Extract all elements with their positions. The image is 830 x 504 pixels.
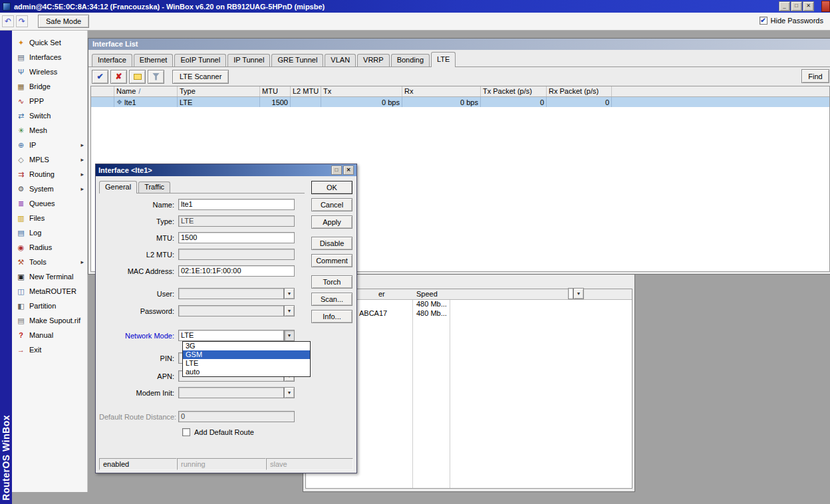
network-mode-input[interactable]: LTE <box>178 330 284 341</box>
column-flags[interactable] <box>91 86 114 96</box>
sidebar-item-wireless[interactable]: Ψ Wireless <box>12 64 87 79</box>
sidebar-item-mpls[interactable]: ◇ MPLS ▸ <box>12 152 87 167</box>
tab-bonding[interactable]: Bonding <box>391 54 430 66</box>
filter-button[interactable] <box>148 70 164 84</box>
sidebar-item-ip[interactable]: ⊕ IP ▸ <box>12 138 87 152</box>
tab-vlan[interactable]: VLAN <box>325 54 356 66</box>
safe-mode-button[interactable]: Safe Mode <box>38 15 89 28</box>
close-button[interactable]: ✕ <box>803 1 814 11</box>
mac-address-input[interactable]: 02:1E:10:1F:00:00 <box>178 265 295 277</box>
background-column-1[interactable]: er <box>378 290 385 298</box>
tab-ethernet[interactable]: Ethernet <box>134 54 174 66</box>
cancel-button[interactable]: Cancel <box>311 198 352 211</box>
comment-button[interactable] <box>129 70 146 84</box>
sidebar-item-queues[interactable]: ≣ Queues <box>12 196 87 211</box>
dropdown-option-gsm[interactable]: GSM <box>183 350 310 359</box>
column-l2mtu[interactable]: L2 MTU <box>291 86 321 96</box>
table-row-lte1[interactable]: ❖lte1 LTE 1500 0 bps 0 bps 0 0 <box>91 97 829 107</box>
dropdown-option-3g[interactable]: 3G <box>183 342 310 350</box>
sidebar-item-interfaces[interactable]: ▤ Interfaces <box>12 50 87 64</box>
lte-scanner-button[interactable]: LTE Scanner <box>172 70 229 84</box>
minimize-button[interactable]: _ <box>779 1 790 11</box>
background-filter-combobox[interactable]: ▼ <box>568 288 631 299</box>
info-button[interactable]: Info... <box>311 310 352 323</box>
background-dropdown-arrow-icon[interactable]: ▼ <box>573 288 584 299</box>
disable-button[interactable]: Disable <box>311 237 352 250</box>
maximize-button[interactable]: □ <box>791 1 802 11</box>
hide-passwords-toggle[interactable]: ✔ Hide Passwords <box>760 17 823 25</box>
column-rx[interactable]: Rx <box>402 86 481 96</box>
interface-list-titlebar[interactable]: Interface List <box>88 39 830 50</box>
tab-lte[interactable]: LTE <box>431 52 456 67</box>
find-button[interactable]: Find <box>801 69 829 83</box>
tab-gre-tunnel[interactable]: GRE Tunnel <box>271 54 323 66</box>
sidebar-item-new-terminal[interactable]: ▣ New Terminal <box>12 269 87 284</box>
dialog-maximize-button[interactable]: □ <box>331 166 342 175</box>
sidebar-item-files[interactable]: ▥ Files <box>12 211 87 225</box>
hide-passwords-checkbox[interactable]: ✔ <box>760 17 767 25</box>
user-input[interactable] <box>178 288 284 299</box>
column-name[interactable]: Name/ <box>114 86 178 96</box>
network-mode-dropdown-arrow-icon[interactable]: ▼ <box>284 330 295 341</box>
modem-init-dropdown-arrow-icon[interactable]: ▼ <box>284 387 295 398</box>
tab-vrrp[interactable]: VRRP <box>357 54 390 66</box>
tab-general[interactable]: General <box>99 181 137 193</box>
tab-eoip-tunnel[interactable]: EoIP Tunnel <box>174 54 226 66</box>
column-mtu[interactable]: MTU <box>260 86 291 96</box>
sidebar-item-exit[interactable]: → Exit <box>12 342 87 357</box>
sidebar-item-make-supout[interactable]: ▤ Make Supout.rif <box>12 313 87 328</box>
add-default-route-checkbox[interactable] <box>182 428 190 436</box>
dialog-close-button[interactable]: ✕ <box>343 166 354 175</box>
sidebar-item-partition[interactable]: ◧ Partition <box>12 299 87 313</box>
network-mode-combobox[interactable]: LTE ▼ <box>178 330 295 341</box>
sidebar-item-switch[interactable]: ⇄ Switch <box>12 108 87 123</box>
sidebar-item-routing[interactable]: ⇉ Routing ▸ <box>12 167 87 182</box>
dropdown-option-auto[interactable]: auto <box>183 368 310 376</box>
modem-init-input[interactable] <box>178 387 284 398</box>
disable-button[interactable]: ✘ <box>110 70 127 84</box>
password-input[interactable] <box>178 305 284 316</box>
ok-button[interactable]: OK <box>311 181 352 194</box>
comment-button[interactable]: Comment <box>311 254 352 267</box>
background-column-speed[interactable]: Speed <box>416 290 438 298</box>
sidebar-item-manual[interactable]: ? Manual <box>12 328 87 342</box>
sidebar-item-mesh[interactable]: ✳ Mesh <box>12 123 87 138</box>
tab-traffic[interactable]: Traffic <box>138 182 170 193</box>
dialog-titlebar[interactable]: Interface <lte1> □ ✕ <box>96 164 356 176</box>
close-button-red-partial[interactable] <box>821 1 830 12</box>
mpls-icon: ◇ <box>15 156 27 164</box>
column-tx[interactable]: Tx <box>321 86 402 96</box>
redo-button[interactable]: ↷ <box>16 15 28 27</box>
sidebar-item-ppp[interactable]: ∿ PPP <box>12 94 87 108</box>
dropdown-option-lte[interactable]: LTE <box>183 359 310 368</box>
sidebar-item-quick-set[interactable]: ✦ Quick Set <box>12 35 87 50</box>
sidebar-menu: ✦ Quick Set ▤ Interfaces Ψ Wireless ▦ Br… <box>12 31 88 492</box>
background-combo-value[interactable] <box>568 288 573 299</box>
app-titlebar[interactable]: admin@4C:5E:0C:8A:34:12 (Francouzska) - … <box>0 0 830 13</box>
user-combobox[interactable]: ▼ <box>178 288 295 299</box>
torch-button[interactable]: Torch <box>311 275 352 289</box>
sidebar-item-label: IP <box>29 141 80 149</box>
sidebar-item-tools[interactable]: ⚒ Tools ▸ <box>12 255 87 269</box>
password-dropdown-arrow-icon[interactable]: ▼ <box>284 305 295 316</box>
undo-button[interactable]: ↶ <box>2 15 14 27</box>
tab-interface[interactable]: Interface <box>92 54 132 66</box>
sidebar-item-system[interactable]: ⚙ System ▸ <box>12 182 87 196</box>
password-combobox[interactable]: ▼ <box>178 305 295 316</box>
sidebar-item-metarouter[interactable]: ◫ MetaROUTER <box>12 284 87 299</box>
name-input[interactable]: lte1 <box>178 199 295 210</box>
sidebar-item-bridge[interactable]: ▦ Bridge <box>12 79 87 94</box>
user-dropdown-arrow-icon[interactable]: ▼ <box>284 288 295 299</box>
column-type[interactable]: Type <box>178 86 260 96</box>
sidebar-item-log[interactable]: ▤ Log <box>12 225 87 240</box>
enable-button[interactable]: ✔ <box>92 70 108 84</box>
sidebar-item-radius[interactable]: ◉ Radius <box>12 240 87 255</box>
modem-init-combobox[interactable]: ▼ <box>178 387 295 398</box>
scan-button[interactable]: Scan... <box>311 293 352 306</box>
add-default-route-toggle[interactable]: Add Default Route <box>182 428 254 437</box>
tab-ip-tunnel[interactable]: IP Tunnel <box>227 54 270 66</box>
mtu-input[interactable]: 1500 <box>178 232 295 243</box>
column-tx-packet[interactable]: Tx Packet (p/s) <box>481 86 547 96</box>
column-rx-packet[interactable]: Rx Packet (p/s) <box>547 86 612 96</box>
apply-button[interactable]: Apply <box>311 215 352 229</box>
